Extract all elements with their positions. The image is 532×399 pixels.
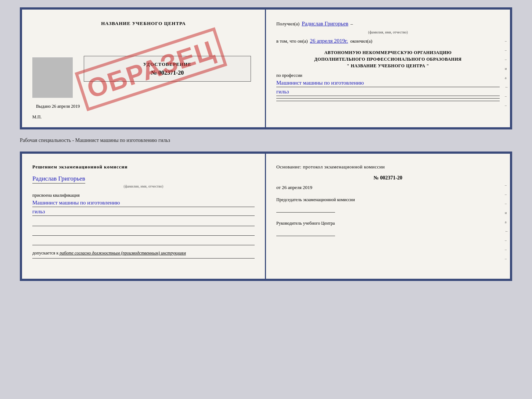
photo-placeholder [32,57,73,98]
chairman-block: Председатель экзаменационной комиссии [276,196,500,213]
director-signature-line [276,229,335,236]
chairman-signature-line [276,205,335,213]
person-name: Радислав Григорьев [32,175,85,184]
blank-line-1 [32,219,255,226]
basis-title: Основание: протокол экзаменационной коми… [276,164,500,170]
blank-line-2 [32,228,255,236]
qualification-label: присвоена квалификация [32,193,255,198]
finished-label: окончил(а) [350,38,372,44]
blank-line-3 [32,238,255,245]
org-line1: АВТОНОМНУЮ НЕКОММЕРЧЕСКУЮ ОРГАНИЗАЦИЮ [276,49,500,56]
recipient-line: Получил(а) Радислав Григорьев – [276,21,500,27]
decision-title: Решением экзаменационной комиссии [32,164,255,170]
allow-label: допускается к [32,250,58,256]
cert-number: № 002371-20 [90,70,245,76]
recipient-name: Радислав Григорьев [302,21,348,27]
blank-lines [32,219,255,245]
cert-issued: Выдано 26 апреля 2019 [32,104,255,109]
bottom-right-page: Основание: протокол экзаменационной коми… [266,154,510,279]
director-role: Руководитель учебного Центра [276,220,500,227]
org-name: " НАЗВАНИЕ УЧЕБНОГО ЦЕНТРА " [276,63,500,69]
org-title: АВТОНОМНУЮ НЕКОММЕРЧЕСКУЮ ОРГАНИЗАЦИЮ ДО… [276,49,500,69]
qualification-value2: гильз [32,209,255,216]
mp-label: М.П. [32,114,255,120]
director-block: Руководитель учебного Центра [276,220,500,236]
cert-box-title: УДОСТОВЕРЕНИЕ [90,61,245,67]
org-line2: ДОПОЛНИТЕЛЬНОГО ПРОФЕССИОНАЛЬНОГО ОБРАЗО… [276,56,500,63]
bottom-document: Решением экзаменационной комиссии Радисл… [20,152,512,281]
protocol-date: от 26 апреля 2019 [276,185,500,190]
allow-dash-line [32,258,255,259]
profession-value: Машинист машины по изготовлению [276,80,500,87]
date-prefix: от [276,185,281,190]
dash-sep: – [351,21,353,27]
side-marks-top: – – – и а ← – – [505,39,510,107]
chairman-role: Председатель экзаменационной комиссии [276,196,500,203]
qualification-value: Машинист машины по изготовлению [32,200,255,207]
dash-line-1 [276,98,500,99]
top-left-page: НАЗВАНИЕ УЧЕБНОГО ЦЕНТРА УДОСТОВЕРЕНИЕ №… [22,10,266,127]
bottom-left-page: Решением экзаменационной комиссии Радисл… [22,154,266,279]
certificate-box: УДОСТОВЕРЕНИЕ № 002371-20 [84,56,251,82]
bottom-name-hint: (фамилия, имя, отчество) [32,184,255,188]
date-label: в том, что он(а) [276,38,308,44]
side-marks-bottom: – – – и а ← – – – [505,183,510,261]
protocol-number: № 002371-20 [276,175,500,181]
top-right-page: Получил(а) Радислав Григорьев – (фамилия… [266,10,510,127]
top-document: НАЗВАНИЕ УЧЕБНОГО ЦЕНТРА УДОСТОВЕРЕНИЕ №… [20,7,512,129]
date-value: 26 апреля 2019г. [310,38,348,44]
allow-text: допускается к работе согласно должностны… [32,250,255,256]
protocol-date-value: 26 апреля 2019 [282,185,312,190]
allow-value: работе согласно должностным (производств… [60,250,186,256]
dash-line-2 [276,101,500,101]
date-line: в том, что он(а) 26 апреля 2019г. окончи… [276,38,500,44]
middle-label: Рабочая специальность - Машинист машины … [20,136,512,145]
profession-value2: гильз [276,89,500,96]
name-hint: (фамилия, имя, отчество) [368,30,408,34]
profession-label: по профессии [276,73,500,78]
received-label: Получил(а) [276,21,299,27]
top-left-title: НАЗВАНИЕ УЧЕБНОГО ЦЕНТРА [32,21,255,26]
